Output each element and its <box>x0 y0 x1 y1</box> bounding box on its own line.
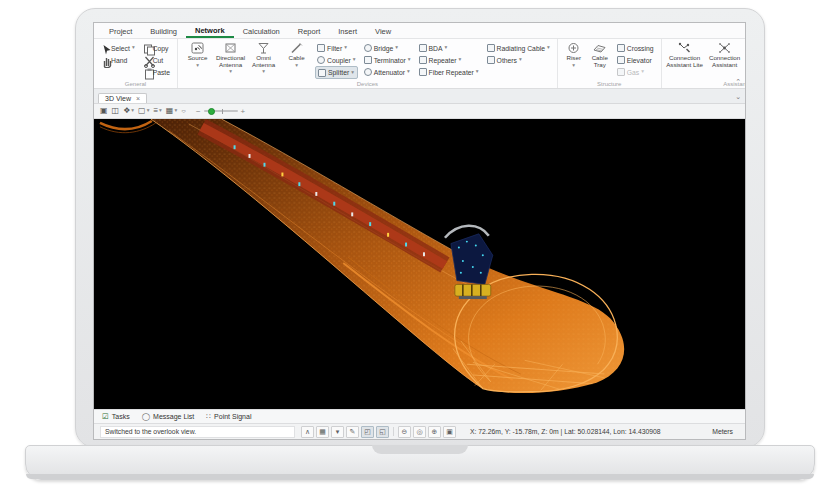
cable-tray-button[interactable]: Cable Tray <box>587 41 613 81</box>
splitter-button[interactable]: Splitter ▾ <box>315 66 358 79</box>
repeater-label: Repeater <box>429 57 457 64</box>
units-readout: Meters <box>712 428 739 435</box>
overlook-view-button[interactable]: ∧ <box>301 426 314 438</box>
zoom-in-button[interactable]: ⊕ <box>428 426 441 438</box>
expand-panel-button[interactable]: ⌄ <box>735 93 741 101</box>
repeater-button[interactable]: Repeater ▾ <box>417 54 481 66</box>
minus-icon[interactable]: − <box>196 107 201 116</box>
terminator-button[interactable]: Terminator ▾ <box>362 54 413 66</box>
circle-icon: ◯ <box>142 412 150 421</box>
cut-button[interactable]: Cut <box>141 54 172 66</box>
chevron-down-icon: ▾ <box>572 63 575 69</box>
tab-3d-view[interactable]: 3D View × <box>98 93 147 103</box>
hand-label: Hand <box>111 57 127 64</box>
cable-button[interactable]: Cable ▾ <box>280 41 313 81</box>
collapse-ribbon-button[interactable]: ⌃ <box>735 78 741 86</box>
others-icon <box>487 56 495 64</box>
omni-antenna-label: Omni Antenna <box>248 55 279 68</box>
coupler-label: Coupler <box>327 57 351 64</box>
orbit-mode-button[interactable]: ◱ <box>376 426 389 438</box>
point-signal-toggle[interactable]: ∷ Point Signal <box>206 412 251 421</box>
fiber-repeater-button[interactable]: Fiber Repeater ▾ <box>417 66 481 78</box>
riser-icon <box>567 42 580 54</box>
tab-view[interactable]: View <box>366 23 400 38</box>
connection-assistant-icon <box>718 42 731 54</box>
ribbon: Select ▾ Hand Copy <box>94 39 745 89</box>
paste-button[interactable]: Paste <box>141 66 172 78</box>
terminator-label: Terminator <box>374 57 406 64</box>
slider-track[interactable] <box>204 110 238 112</box>
close-icon[interactable]: × <box>136 95 140 102</box>
connection-assistant-lite-button[interactable]: Connection Assistant Lite <box>665 41 705 81</box>
tasks-label: Tasks <box>112 413 130 420</box>
laptop-notch <box>372 445 468 454</box>
bridge-button[interactable]: Bridge ▾ <box>362 42 413 54</box>
crossing-button[interactable]: Crossing <box>615 42 656 54</box>
zoom-select-button[interactable]: ◎ <box>413 426 426 438</box>
message-list-toggle[interactable]: ◯ Message List <box>142 412 195 421</box>
pan-mode-button[interactable]: ◰ <box>361 426 374 438</box>
paste-label: Paste <box>153 69 170 76</box>
copy-button[interactable]: Copy <box>141 42 172 54</box>
directional-antenna-button[interactable]: Directional Antenna ▾ <box>214 41 247 81</box>
tab-calculation[interactable]: Calculation <box>234 23 289 38</box>
attenuator-icon <box>364 68 372 76</box>
chevron-down-icon: ▾ <box>547 45 550 51</box>
tab-network[interactable]: Network <box>186 23 234 38</box>
bda-label: BDA <box>429 45 443 52</box>
radiating-cable-button[interactable]: Radiating Cable ▾ <box>485 42 552 54</box>
viewport-3d[interactable] <box>94 119 745 409</box>
coupler-button[interactable]: Coupler ▾ <box>315 54 358 66</box>
tab-insert[interactable]: Insert <box>329 23 366 38</box>
connection-assistant-lite-label: Connection Assistant Lite <box>666 55 704 68</box>
filter-button[interactable]: Filter ▾ <box>315 42 358 54</box>
edit-button[interactable]: ✎ <box>346 426 359 438</box>
zoom-fit-button[interactable]: ▣ <box>443 426 456 438</box>
point-size-slider[interactable]: − + <box>196 107 245 116</box>
chevron-down-icon: ▾ <box>196 63 199 69</box>
app-window: Project Building Network Calculation Rep… <box>93 22 746 440</box>
snapshot-button[interactable]: ◫ <box>112 107 120 115</box>
select-button[interactable]: Select ▾ <box>99 42 137 54</box>
point-signal-icon: ∷ <box>206 412 211 421</box>
grid-view-button[interactable]: ▦ <box>316 426 329 438</box>
view-dropdown-button[interactable]: ▾ <box>331 426 344 438</box>
tasks-toggle[interactable]: ☑ Tasks <box>102 412 130 421</box>
copy-label: Copy <box>153 45 169 52</box>
omni-antenna-button[interactable]: Omni Antenna ▾ <box>247 41 280 81</box>
layers-button[interactable]: ≡▾ <box>153 107 161 115</box>
plus-icon[interactable]: + <box>241 107 246 116</box>
tab-report[interactable]: Report <box>289 23 330 38</box>
measure-button[interactable]: ⌔ <box>181 107 186 115</box>
gas-button[interactable]: Gas ▾ <box>615 66 656 78</box>
chevron-down-icon: ▾ <box>229 69 232 75</box>
display-settings-button[interactable]: ❖▾ <box>123 107 134 115</box>
bridge-icon <box>364 44 372 52</box>
ribbon-section-devices: Source ▾ Directional Antenna ▾ Omni Ante… <box>178 39 558 88</box>
ribbon-section-structure: Riser ▾ Cable Tray Crossing <box>558 39 662 88</box>
bda-button[interactable]: BDA ▾ <box>417 42 481 54</box>
slider-knob[interactable] <box>208 108 215 115</box>
hand-button[interactable]: Hand <box>99 54 137 66</box>
zoom-out-button[interactable]: ⊖ <box>398 426 411 438</box>
source-button[interactable]: Source ▾ <box>181 41 214 81</box>
tab-building[interactable]: Building <box>141 23 186 38</box>
section-label-structure: Structure <box>561 81 658 88</box>
grid-button[interactable]: ▦▾ <box>166 107 177 115</box>
gas-label: Gas <box>627 69 639 76</box>
chevron-down-icon: ▾ <box>408 57 411 63</box>
view-mode-button[interactable]: ▢▾ <box>138 107 149 115</box>
fit-view-button[interactable]: ▣ <box>100 107 108 115</box>
connection-assistant-button[interactable]: Connection Assistant <box>705 41 745 81</box>
riser-button[interactable]: Riser ▾ <box>561 41 587 81</box>
gas-icon <box>617 68 625 76</box>
chevron-down-icon: ▾ <box>147 108 150 114</box>
riser-label: Riser <box>567 55 581 62</box>
source-icon <box>191 42 204 54</box>
directional-antenna-label: Directional Antenna <box>215 55 246 68</box>
others-button[interactable]: Others ▾ <box>485 54 552 66</box>
attenuator-button[interactable]: Attenuator ▾ <box>362 66 413 78</box>
elevator-button[interactable]: Elevator <box>615 54 656 66</box>
ribbon-tab-bar: Project Building Network Calculation Rep… <box>94 23 745 39</box>
tab-project[interactable]: Project <box>100 23 141 38</box>
